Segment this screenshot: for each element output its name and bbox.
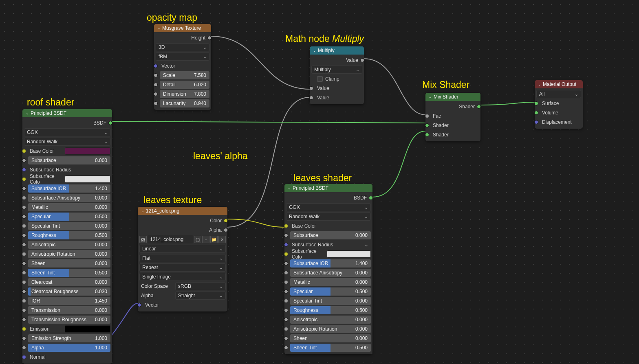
interp-dropdown[interactable]: Linear	[139, 245, 226, 253]
slider-clearcoat-rough[interactable]: Clearcoat Roughness0.030	[24, 287, 110, 296]
input-value-1[interactable]: Value	[311, 84, 362, 92]
output-height[interactable]: Height	[156, 34, 209, 42]
input-shader-1[interactable]: Shader	[427, 121, 479, 129]
output-color[interactable]: Color	[139, 217, 226, 225]
slider-aniso-rotation[interactable]: Anisotropic Rotation0.000	[24, 250, 110, 258]
base-color-well[interactable]	[65, 147, 110, 155]
input-fac[interactable]: Fac	[427, 112, 479, 120]
emission-color-well[interactable]	[65, 325, 110, 333]
math-op-dropdown[interactable]: Multiply	[311, 66, 362, 74]
slider-subsurface-ior[interactable]: Subsurface IOR1.400	[24, 184, 110, 193]
subsurface-method-dropdown[interactable]: Random Walk	[286, 213, 371, 221]
fake-user-icon[interactable]: ◯	[194, 236, 201, 243]
slider-aniso-rot[interactable]: Anisotropic Rotation0.000	[286, 325, 371, 333]
node-image-texture[interactable]: ⌄1214_color.png Color Alpha 🖼 1214_color…	[138, 207, 227, 311]
distribution-dropdown[interactable]: GGX	[24, 128, 110, 136]
slider-subsurface[interactable]: Subsurface0.000	[24, 156, 110, 164]
node-header[interactable]: ⌄Multiply	[310, 46, 364, 55]
alpha-mode-dropdown[interactable]: Straight	[175, 292, 226, 300]
input-value-2[interactable]: Value	[311, 94, 362, 102]
subsurface-method-dropdown[interactable]: Random Walk	[24, 138, 110, 146]
slider-subsurface-ior[interactable]: Subsurface IOR1.400	[286, 259, 371, 268]
input-subsurface-color[interactable]: Subsurface Colo	[24, 175, 110, 183]
slider-subsurface-aniso[interactable]: Subsurface Anisotropy0.000	[24, 194, 110, 202]
label-math-node: Math node Multiply	[285, 33, 364, 44]
input-volume[interactable]: Volume	[536, 109, 581, 117]
musgrave-type-dropdown[interactable]: fBM	[156, 53, 209, 61]
input-emission[interactable]: Emission	[24, 325, 110, 333]
node-material-output[interactable]: ⌄Material Output All Surface Volume Disp…	[535, 80, 583, 129]
slider-subsurface-aniso[interactable]: Subsurface Anisotropy0.000	[286, 269, 371, 277]
node-mix-shader[interactable]: ⌄Mix Shader Shader Fac Shader Shader	[425, 93, 480, 141]
output-value[interactable]: Value	[311, 56, 362, 64]
slider-scale[interactable]: Scale7.580	[156, 71, 209, 79]
slider-specular-tint[interactable]: Specular Tint0.000	[286, 297, 371, 305]
output-bsdf[interactable]: BSDF	[24, 119, 110, 127]
input-vector[interactable]: Vector	[139, 301, 226, 309]
node-header[interactable]: ⌄1214_color.png	[138, 207, 227, 215]
input-base-color[interactable]: Base Color	[24, 147, 110, 155]
node-musgrave-texture[interactable]: ⌄Musgrave Texture Height 3D fBM Vector S…	[154, 24, 211, 110]
input-normal[interactable]: Normal	[24, 353, 110, 361]
slider-sheen-tint[interactable]: Sheen Tint0.500	[286, 344, 371, 352]
slider-subsurface[interactable]: Subsurface0.000	[286, 231, 371, 239]
slider-dimension[interactable]: Dimension7.800	[156, 90, 209, 98]
slider-lacunarity[interactable]: Lacunarity0.940	[156, 99, 209, 107]
node-principled-leaves[interactable]: ⌄Principled BSDF BSDF GGX Random Walk Ba…	[284, 184, 372, 354]
node-header[interactable]: ⌄Principled BSDF	[22, 109, 112, 117]
slider-clearcoat[interactable]: Clearcoat0.000	[24, 278, 110, 286]
node-header[interactable]: ⌄Principled BSDF	[284, 184, 372, 192]
slider-sheen[interactable]: Sheen0.000	[286, 334, 371, 342]
slider-sheen-tint[interactable]: Sheen Tint0.500	[24, 269, 110, 277]
input-base-color[interactable]: Base Color	[286, 222, 371, 230]
slider-roughness[interactable]: Roughness0.500	[286, 306, 371, 314]
extension-dropdown[interactable]: Repeat	[139, 263, 226, 272]
slider-transmission-rough[interactable]: Transmission Roughness0.000	[24, 316, 110, 324]
projection-dropdown[interactable]: Flat	[139, 254, 226, 262]
musgrave-dim-dropdown[interactable]: 3D	[156, 43, 209, 51]
slider-metallic[interactable]: Metallic0.000	[286, 278, 371, 286]
input-surface[interactable]: Surface	[536, 99, 581, 107]
input-displacement[interactable]: Displacement	[536, 118, 581, 126]
node-header[interactable]: ⌄Mix Shader	[425, 93, 480, 101]
source-dropdown[interactable]: Single Image	[139, 273, 226, 281]
subsurface-color-well[interactable]	[327, 250, 371, 258]
node-principled-roof[interactable]: ⌄Principled BSDF BSDF GGX Random Walk Ba…	[22, 109, 112, 364]
slider-anisotropic[interactable]: Anisotropic0.000	[286, 316, 371, 324]
slider-metallic[interactable]: Metallic0.000	[24, 203, 110, 211]
input-subsurface-color[interactable]: Subsurface Colo	[286, 250, 371, 258]
open-image-icon[interactable]: 📁	[210, 236, 218, 243]
slider-emission-strength[interactable]: Emission Strength1.000	[24, 334, 110, 342]
slider-detail[interactable]: Detail6.020	[156, 81, 209, 89]
node-header[interactable]: ⌄Material Output	[535, 80, 583, 88]
output-shader[interactable]: Shader	[427, 103, 479, 111]
input-vector[interactable]: Vector	[156, 62, 209, 70]
image-icon[interactable]: 🖼	[139, 236, 147, 243]
slider-alpha[interactable]: Alpha1.000	[24, 344, 110, 352]
node-multiply[interactable]: ⌄Multiply Value Multiply Clamp Value Val…	[310, 46, 364, 104]
distribution-dropdown[interactable]: GGX	[286, 203, 371, 211]
new-image-icon[interactable]: ▫	[202, 236, 209, 243]
slider-sheen[interactable]: Sheen0.000	[24, 259, 110, 268]
subsurface-color-well[interactable]	[65, 175, 110, 183]
slider-ior[interactable]: IOR1.450	[24, 297, 110, 305]
unlink-icon[interactable]: ✕	[218, 236, 226, 243]
slider-specular[interactable]: Specular0.500	[24, 213, 110, 221]
slider-anisotropic[interactable]: Anisotropic0.000	[24, 241, 110, 249]
node-header[interactable]: ⌄Musgrave Texture	[154, 24, 211, 32]
output-bsdf[interactable]: BSDF	[286, 194, 371, 202]
slider-specular[interactable]: Specular0.500	[286, 287, 371, 296]
label-opacity-map: opacity map	[147, 12, 197, 23]
colorspace-dropdown[interactable]: sRGB	[175, 282, 226, 290]
slider-roughness[interactable]: Roughness0.500	[24, 231, 110, 239]
material-target-dropdown[interactable]: All	[536, 90, 581, 98]
slider-transmission[interactable]: Transmission0.000	[24, 306, 110, 314]
image-filename-field[interactable]: 1214_color.png	[148, 235, 193, 243]
input-shader-2[interactable]: Shader	[427, 131, 479, 139]
slider-specular-tint[interactable]: Specular Tint0.000	[24, 222, 110, 230]
chevron-down-icon: ⌄	[26, 109, 29, 117]
clamp-checkbox[interactable]: Clamp	[311, 75, 362, 83]
output-alpha[interactable]: Alpha	[139, 226, 226, 234]
input-subsurface-radius[interactable]: Subsurface Radius⌄	[286, 241, 371, 249]
input-subsurface-radius[interactable]: Subsurface Radius	[24, 166, 110, 174]
